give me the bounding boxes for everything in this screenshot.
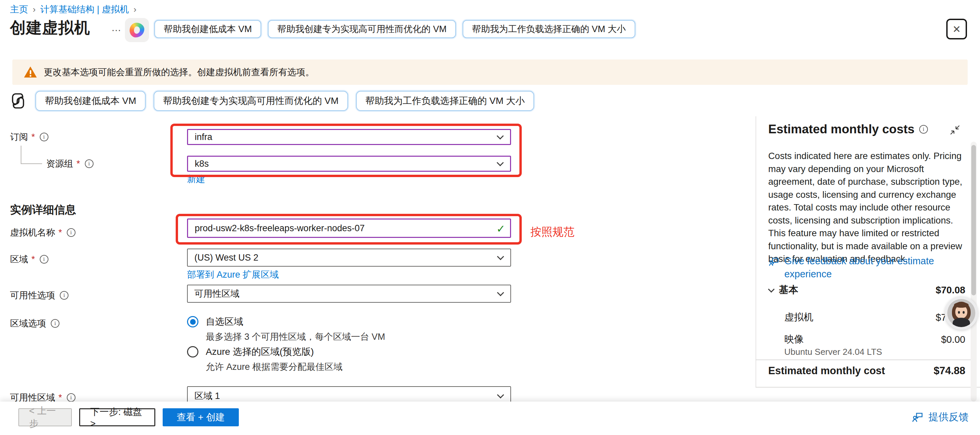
copilot-outline-icon xyxy=(9,92,27,110)
zone-option-azure-select-label: Azure 选择的区域(预览版) xyxy=(206,346,314,358)
breadcrumb: 主页 › 计算基础结构 | 虚拟机 › xyxy=(10,3,136,15)
availability-options-dropdown[interactable]: 可用性区域 xyxy=(187,285,511,303)
subscription-value: infra xyxy=(195,132,212,142)
suggest-high-availability-vm-button[interactable]: 帮助我创建专为实现高可用性而优化的 VM xyxy=(268,20,456,38)
info-icon[interactable] xyxy=(51,319,59,328)
zone-option-azure-select[interactable]: Azure 选择的区域(预览版) xyxy=(187,346,314,358)
region-value: (US) West US 2 xyxy=(194,253,259,263)
resource-group-dropdown[interactable]: k8s xyxy=(187,156,511,172)
provide-feedback-link[interactable]: 提供反馈 xyxy=(911,410,969,424)
close-button[interactable]: ✕ xyxy=(946,19,967,40)
provide-feedback-text: 提供反馈 xyxy=(929,410,969,424)
info-icon[interactable] xyxy=(40,133,48,141)
required-asterisk: * xyxy=(32,132,35,142)
availability-options-label-text: 可用性选项 xyxy=(10,289,55,301)
required-asterisk: * xyxy=(32,254,35,265)
info-icon[interactable] xyxy=(85,159,94,168)
suggest-low-cost-vm-button[interactable]: 帮助我创建低成本 VM xyxy=(154,20,261,38)
cost-image-value: $0.00 xyxy=(941,334,965,345)
person-feedback-icon xyxy=(911,411,924,423)
chevron-down-icon xyxy=(497,132,504,139)
deploy-extended-zone-link[interactable]: 部署到 Azure 扩展区域 xyxy=(187,269,279,280)
collapse-icon[interactable] xyxy=(949,124,961,135)
close-icon: ✕ xyxy=(952,23,961,35)
vm-name-label: 虚拟机名称* xyxy=(10,226,75,239)
connector-line xyxy=(21,163,42,164)
info-icon[interactable] xyxy=(40,255,48,264)
subscription-dropdown[interactable]: infra xyxy=(187,129,511,145)
suggest-high-availability-vm-button-2[interactable]: 帮助我创建专为实现高可用性而优化的 VM xyxy=(154,91,348,111)
estimate-feedback-link[interactable]: Give feedback about your estimate experi… xyxy=(768,255,955,280)
copilot-suggestion-row: 帮助我创建低成本 VM 帮助我创建专为实现高可用性而优化的 VM 帮助我为工作负… xyxy=(9,91,534,111)
radio-unselected-icon xyxy=(187,346,199,357)
footer-bar: < 上一步 下一步: 磁盘 > 查看 + 创建 提供反馈 xyxy=(0,402,980,435)
region-dropdown[interactable]: (US) West US 2 xyxy=(187,249,511,267)
suggest-vm-size-button-2[interactable]: 帮助我为工作负载选择正确的 VM 大小 xyxy=(356,91,535,111)
region-label-text: 区域 xyxy=(10,253,28,265)
scrollbar-thumb[interactable] xyxy=(971,145,976,295)
warning-text: 更改基本选项可能会重置所做的选择。创建虚拟机前查看所有选项。 xyxy=(44,66,314,78)
vm-name-label-text: 虚拟机名称 xyxy=(10,226,55,239)
required-asterisk: * xyxy=(59,228,62,238)
required-asterisk: * xyxy=(59,393,62,403)
validation-check-icon: ✓ xyxy=(496,223,505,235)
subscription-label: 订阅* xyxy=(10,131,48,143)
header-suggestions: 帮助我创建低成本 VM 帮助我创建专为实现高可用性而优化的 VM 帮助我为工作负… xyxy=(154,20,635,38)
next-step-disks-button[interactable]: 下一步: 磁盘 > xyxy=(79,408,155,426)
cost-panel-description: Costs indicated here are estimates only.… xyxy=(768,150,963,266)
annotation-text: 按照规范 xyxy=(530,225,574,239)
cost-row-basic[interactable]: 基本 $70.08 xyxy=(768,283,965,297)
suggest-low-cost-vm-button-2[interactable]: 帮助我创建低成本 VM xyxy=(35,91,146,111)
chevron-down-icon xyxy=(497,159,504,166)
estimate-feedback-text: Give feedback about your estimate experi… xyxy=(784,255,955,280)
resource-group-value: k8s xyxy=(195,159,209,169)
cost-basic-value: $70.08 xyxy=(935,285,965,296)
avatar-image xyxy=(947,299,975,327)
divider xyxy=(756,387,980,387)
availability-options-value: 可用性区域 xyxy=(194,288,240,300)
cost-total-row: Estimated monthly cost $74.88 xyxy=(768,365,965,377)
create-new-resource-group-link[interactable]: 新建 xyxy=(187,173,205,185)
copilot-logo-icon xyxy=(130,23,144,37)
panel-divider xyxy=(756,116,756,387)
suggest-vm-size-button[interactable]: 帮助我为工作负载选择正确的 VM 大小 xyxy=(463,20,635,38)
divider xyxy=(756,360,971,360)
radio-selected-icon xyxy=(187,316,199,327)
info-icon[interactable] xyxy=(60,291,68,300)
cost-image-subtitle: Ubuntu Server 24.04 LTS xyxy=(784,347,882,357)
more-menu-button[interactable]: … xyxy=(111,22,122,33)
wizard-buttons: < 上一步 下一步: 磁盘 > 查看 + 创建 xyxy=(18,408,239,426)
zone-option-self-select-label: 自选区域 xyxy=(206,315,243,328)
zone-option-self-select[interactable]: 自选区域 xyxy=(187,315,243,328)
assistant-avatar[interactable] xyxy=(945,296,978,330)
chevron-down-icon xyxy=(497,253,504,260)
info-icon[interactable] xyxy=(67,393,75,402)
review-create-button[interactable]: 查看 + 创建 xyxy=(163,408,239,426)
page-title: 创建虚拟机 xyxy=(10,18,90,38)
chevron-down-icon xyxy=(497,391,504,398)
zone-option-self-select-desc: 最多选择 3 个可用性区域，每个区域一台 VM xyxy=(206,331,385,343)
availability-options-label: 可用性选项 xyxy=(10,289,68,301)
previous-step-button[interactable]: < 上一步 xyxy=(18,408,72,426)
subscription-label-text: 订阅 xyxy=(10,131,28,143)
warning-icon xyxy=(24,66,37,78)
cost-row-vm: 虚拟机 $70.08 xyxy=(768,311,965,324)
info-icon[interactable] xyxy=(67,228,75,237)
breadcrumb-home[interactable]: 主页 xyxy=(10,3,28,15)
cost-vm-label: 虚拟机 xyxy=(768,311,813,324)
vm-name-input[interactable] xyxy=(187,218,511,238)
cost-total-label: Estimated monthly cost xyxy=(768,365,885,377)
resource-group-label: 资源组* xyxy=(46,158,94,170)
create-vm-page: 主页 › 计算基础结构 | 虚拟机 › 创建虚拟机 … 帮助我创建低成本 VM … xyxy=(0,0,980,435)
breadcrumb-separator: › xyxy=(134,4,137,15)
cost-panel-title: Estimated monthly costs xyxy=(768,122,915,136)
info-icon[interactable] xyxy=(919,125,928,134)
cost-basic-label: 基本 xyxy=(779,283,798,297)
copilot-icon[interactable] xyxy=(125,18,149,42)
resource-group-label-text: 资源组 xyxy=(46,158,73,170)
breadcrumb-vm[interactable]: 计算基础结构 | 虚拟机 xyxy=(40,3,129,15)
availability-zone-value: 区域 1 xyxy=(194,390,220,402)
zone-options-label-text: 区域选项 xyxy=(10,317,46,330)
cost-total-value: $74.88 xyxy=(934,365,965,377)
warning-banner: 更改基本选项可能会重置所做的选择。创建虚拟机前查看所有选项。 xyxy=(12,59,968,85)
